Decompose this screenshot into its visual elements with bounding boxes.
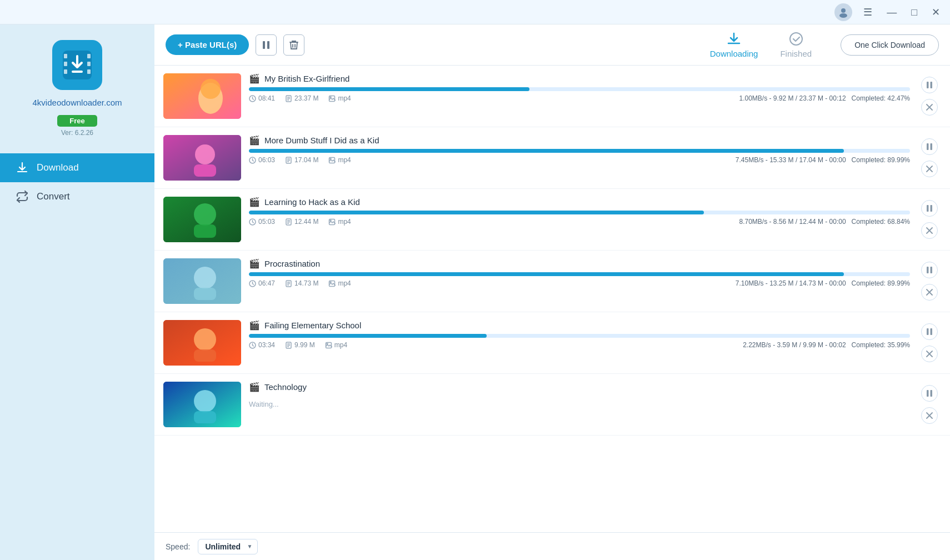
svg-rect-39 <box>927 143 929 150</box>
sidebar-download-label: Download <box>37 162 79 173</box>
svg-rect-87 <box>194 411 216 423</box>
item-thumbnail <box>163 197 241 242</box>
item-remove-button[interactable] <box>921 99 938 116</box>
item-pause-button[interactable] <box>921 200 938 217</box>
svg-point-14 <box>790 33 802 45</box>
item-duration: 06:03 <box>249 156 275 164</box>
item-format: mp4 <box>328 156 351 164</box>
svg-point-44 <box>194 203 216 226</box>
item-title-row: 🎬 Technology <box>249 382 910 392</box>
item-thumbnail <box>163 135 241 181</box>
item-title-row: 🎬 My British Ex-Girlfriend <box>249 73 910 84</box>
sidebar-convert-label: Convert <box>37 191 70 202</box>
item-thumbnail <box>163 382 241 427</box>
svg-rect-89 <box>931 390 933 397</box>
film-icon: 🎬 <box>249 258 260 269</box>
app-version: Ver: 6.2.26 <box>61 129 93 137</box>
minimize-button[interactable]: — <box>883 6 900 18</box>
item-pause-button[interactable] <box>921 323 938 340</box>
film-icon: 🎬 <box>249 197 260 207</box>
item-title: Technology <box>264 382 307 392</box>
item-remove-button[interactable] <box>921 407 938 424</box>
svg-rect-31 <box>194 164 216 177</box>
item-title-row: 🎬 Failing Elementary School <box>249 320 910 331</box>
item-details: 🎬 Learning to Hack as a Kid 05:03 12.44 … <box>249 197 910 242</box>
paste-url-button[interactable]: + Paste URL(s) <box>166 34 249 55</box>
item-pause-button[interactable] <box>921 138 938 155</box>
toolbar: + Paste URL(s) <box>154 24 950 66</box>
item-speed: 2.22MB/s - 3.59 M / 9.99 M - 00:02 Compl… <box>743 341 910 349</box>
speed-label: Speed: <box>166 542 190 551</box>
svg-point-30 <box>195 144 215 164</box>
speed-select-wrapper: Unlimited1 MB/s2 MB/s5 MB/s10 MB/s <box>198 539 258 554</box>
svg-point-72 <box>194 328 216 351</box>
delete-all-button[interactable] <box>283 34 304 56</box>
progress-bar <box>249 211 704 214</box>
film-icon: 🎬 <box>249 135 260 146</box>
progress-bar <box>249 87 529 91</box>
item-details: 🎬 Failing Elementary School 03:34 9.99 M… <box>249 320 910 366</box>
item-actions <box>918 382 941 427</box>
item-speed: 7.45MB/s - 15.33 M / 17.04 M - 00:00 Com… <box>736 156 910 164</box>
svg-rect-25 <box>927 82 929 88</box>
svg-point-58 <box>194 267 216 289</box>
svg-rect-53 <box>927 205 929 212</box>
sidebar: 4kvideodownloader.com Free Ver: 6.2.26 D… <box>0 24 154 560</box>
main-layout: 4kvideodownloader.com Free Ver: 6.2.26 D… <box>0 24 950 560</box>
item-details: 🎬 Procrastination 06:47 14.73 M mp4 7 <box>249 258 910 304</box>
sidebar-nav: Download Convert <box>0 153 154 211</box>
item-actions <box>918 197 941 242</box>
item-remove-button[interactable] <box>921 346 938 362</box>
download-item: 🎬 My British Ex-Girlfriend 08:41 23.37 M… <box>154 66 950 127</box>
item-remove-button[interactable] <box>921 161 938 177</box>
menu-icon[interactable]: ☰ <box>860 6 876 18</box>
item-format: mp4 <box>328 279 351 287</box>
item-remove-button[interactable] <box>921 284 938 301</box>
progress-bar-wrap <box>249 272 910 276</box>
svg-rect-45 <box>194 224 216 238</box>
item-size: 9.99 M <box>285 341 315 349</box>
item-pause-button[interactable] <box>921 77 938 93</box>
svg-point-86 <box>194 390 216 412</box>
maximize-button[interactable]: □ <box>908 6 921 18</box>
app-name: 4kvideodownloader.com <box>33 98 122 107</box>
item-format: mp4 <box>328 94 351 102</box>
download-item: 🎬 Procrastination 06:47 14.73 M mp4 7 <box>154 251 950 312</box>
item-duration: 06:47 <box>249 279 275 287</box>
item-size: 17.04 M <box>285 156 318 164</box>
sidebar-item-convert[interactable]: Convert <box>0 182 154 211</box>
item-remove-button[interactable] <box>921 222 938 239</box>
item-thumbnail <box>163 258 241 304</box>
download-item: 🎬 Learning to Hack as a Kid 05:03 12.44 … <box>154 189 950 251</box>
item-title-row: 🎬 More Dumb Stuff I Did as a Kid <box>249 135 910 146</box>
item-meta: 05:03 12.44 M mp4 8.70MB/s - 8.56 M / 12… <box>249 218 910 226</box>
speed-select[interactable]: Unlimited1 MB/s2 MB/s5 MB/s10 MB/s <box>198 539 258 554</box>
content-area: + Paste URL(s) <box>154 24 950 560</box>
svg-rect-67 <box>927 267 929 273</box>
item-duration: 08:41 <box>249 94 275 102</box>
item-title-row: 🎬 Procrastination <box>249 258 910 269</box>
film-icon: 🎬 <box>249 382 260 392</box>
progress-bar <box>249 149 844 153</box>
item-title: Procrastination <box>264 259 320 268</box>
item-meta: 08:41 23.37 M mp4 1.00MB/s - 9.92 M / 23… <box>249 94 910 102</box>
sidebar-item-download[interactable]: Download <box>0 153 154 182</box>
profile-icon[interactable] <box>834 3 852 21</box>
item-pause-button[interactable] <box>921 385 938 402</box>
svg-rect-8 <box>87 69 91 74</box>
item-title: My British Ex-Girlfriend <box>264 74 349 83</box>
svg-point-17 <box>201 79 221 99</box>
close-button[interactable]: ✕ <box>928 6 943 18</box>
item-pause-button[interactable] <box>921 262 938 278</box>
svg-rect-54 <box>931 205 933 212</box>
tab-downloading-label: Downloading <box>710 49 758 58</box>
one-click-download-button[interactable]: One Click Download <box>841 34 939 56</box>
film-icon: 🎬 <box>249 320 260 331</box>
pause-all-button[interactable] <box>256 34 277 56</box>
tab-finished[interactable]: Finished <box>780 31 812 58</box>
svg-rect-4 <box>64 62 67 66</box>
tab-downloading[interactable]: Downloading <box>710 31 758 58</box>
download-item: 🎬 Failing Elementary School 03:34 9.99 M… <box>154 312 950 374</box>
svg-rect-73 <box>194 349 216 362</box>
download-item: 🎬 More Dumb Stuff I Did as a Kid 06:03 1… <box>154 127 950 189</box>
